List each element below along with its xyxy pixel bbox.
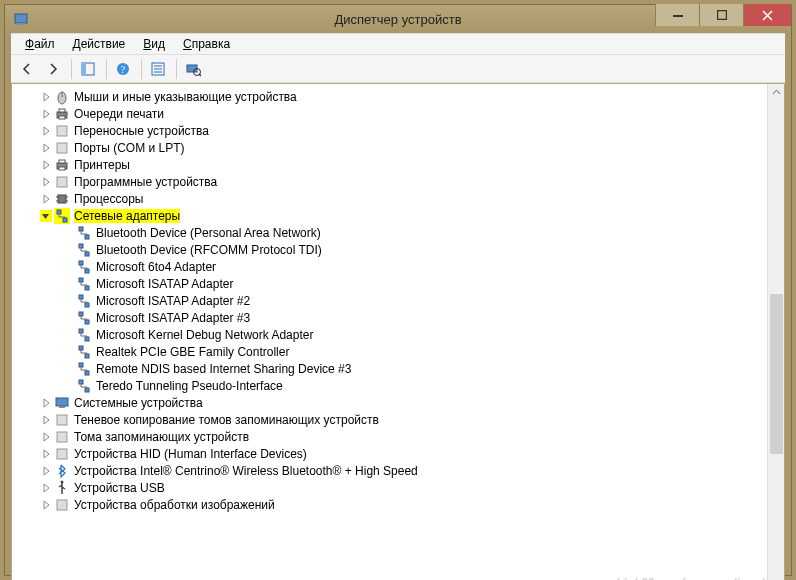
portable-icon (54, 123, 70, 139)
tree-item[interactable]: Realtek PCIe GBE Family Controller (18, 343, 767, 360)
tree-category[interactable]: Тома запоминающих устройств (18, 428, 767, 445)
expand-arrow-icon[interactable] (40, 159, 52, 171)
hid-icon (54, 446, 70, 462)
svg-rect-47 (79, 346, 83, 350)
tree-item[interactable]: Teredo Tunneling Pseudo-Interface (18, 377, 767, 394)
tree-category[interactable]: Теневое копирование томов запоминающих у… (18, 411, 767, 428)
expand-arrow-icon[interactable] (40, 193, 52, 205)
imaging-icon (54, 497, 70, 513)
svg-text:?: ? (121, 64, 126, 75)
tree-item[interactable]: Bluetooth Device (Personal Area Network) (18, 224, 767, 241)
tree-item-label: Teredo Tunneling Pseudo-Interface (96, 379, 283, 393)
forward-button[interactable] (41, 57, 65, 81)
svg-rect-51 (79, 380, 83, 384)
tree-item-label: Microsoft ISATAP Adapter #3 (96, 311, 250, 325)
tree-category-label: Сетевые адаптеры (74, 209, 180, 223)
expand-arrow-icon[interactable] (40, 108, 52, 120)
toolbar: ? (11, 55, 785, 83)
expand-arrow-icon[interactable] (40, 482, 52, 494)
show-hide-tree-button[interactable] (76, 57, 100, 81)
menu-file[interactable]: Файл (17, 35, 63, 53)
svg-rect-35 (79, 244, 83, 248)
expand-arrow-icon[interactable] (40, 397, 52, 409)
tree-item[interactable]: Remote NDIS based Internet Sharing Devic… (18, 360, 767, 377)
tree-category-label: Устройства обработки изображений (74, 498, 275, 512)
tree-category[interactable]: Устройства USB (18, 479, 767, 496)
svg-rect-49 (79, 363, 83, 367)
tree-item-label: Microsoft Kernel Debug Network Adapter (96, 328, 313, 342)
toolbar-sep (106, 59, 107, 79)
svg-rect-55 (57, 415, 67, 425)
svg-rect-42 (85, 303, 89, 307)
device-tree[interactable]: Мыши и иные указывающие устройстваОчеред… (12, 84, 767, 580)
scroll-up-button[interactable] (768, 84, 785, 101)
tree-category[interactable]: Переносные устройства (18, 122, 767, 139)
svg-rect-48 (85, 354, 89, 358)
tree-category[interactable]: Устройства Intel® Centrino® Wireless Blu… (18, 462, 767, 479)
tree-item[interactable]: Bluetooth Device (RFCOMM Protocol TDI) (18, 241, 767, 258)
svg-rect-32 (63, 218, 67, 222)
tree-category[interactable]: Очереди печати (18, 105, 767, 122)
expand-arrow-icon[interactable] (40, 499, 52, 511)
scroll-thumb[interactable] (770, 294, 783, 454)
svg-point-58 (61, 480, 64, 483)
tree-category[interactable]: Процессоры (18, 190, 767, 207)
svg-rect-50 (85, 371, 89, 375)
back-button[interactable] (15, 57, 39, 81)
volume-icon (54, 429, 70, 445)
svg-rect-56 (57, 432, 67, 442)
tree-category[interactable]: Устройства обработки изображений (18, 496, 767, 513)
bluetooth-icon (54, 463, 70, 479)
svg-rect-31 (57, 210, 61, 214)
tree-category-label: Порты (COM и LPT) (74, 141, 185, 155)
tree-category[interactable]: Устройства HID (Human Interface Devices) (18, 445, 767, 462)
network-child-icon (76, 344, 92, 360)
tree-item[interactable]: Microsoft ISATAP Adapter (18, 275, 767, 292)
network-child-icon (76, 276, 92, 292)
tree-category[interactable]: Программные устройства (18, 173, 767, 190)
tree-category-label: Устройства USB (74, 481, 165, 495)
system-icon (54, 395, 70, 411)
tree-item-label: Microsoft ISATAP Adapter (96, 277, 233, 291)
expand-arrow-icon[interactable] (40, 91, 52, 103)
expand-arrow-icon[interactable] (40, 414, 52, 426)
tree-item[interactable]: Microsoft Kernel Debug Network Adapter (18, 326, 767, 343)
expand-arrow-icon[interactable] (40, 465, 52, 477)
expand-arrow-icon[interactable] (40, 176, 52, 188)
expand-arrow-icon[interactable] (40, 448, 52, 460)
tree-category[interactable]: Системные устройства (18, 394, 767, 411)
tree-item-label: Bluetooth Device (RFCOMM Protocol TDI) (96, 243, 322, 257)
menubar: Файл Действие Вид Справка (11, 33, 785, 55)
shadow-icon (54, 412, 70, 428)
svg-rect-24 (59, 167, 65, 170)
collapse-arrow-icon[interactable] (40, 210, 52, 222)
tree-category[interactable]: Порты (COM и LPT) (18, 139, 767, 156)
help-button[interactable]: ? (111, 57, 135, 81)
tree-category[interactable]: Сетевые адаптеры (18, 207, 767, 224)
usb-icon (54, 480, 70, 496)
close-button[interactable] (743, 4, 791, 26)
tree-category-label: Процессоры (74, 192, 144, 206)
minimize-button[interactable] (655, 4, 699, 26)
expand-arrow-icon[interactable] (40, 125, 52, 137)
tree-category-label: Теневое копирование томов запоминающих у… (74, 413, 379, 427)
maximize-button[interactable] (699, 4, 743, 26)
svg-rect-40 (85, 286, 89, 290)
titlebar[interactable]: Диспетчер устройств (5, 5, 791, 33)
tree-item-label: Microsoft ISATAP Adapter #2 (96, 294, 250, 308)
tree-category[interactable]: Мыши и иные указывающие устройства (18, 88, 767, 105)
expand-arrow-icon[interactable] (40, 431, 52, 443)
svg-rect-21 (57, 143, 67, 153)
tree-category[interactable]: Принтеры (18, 156, 767, 173)
tree-item[interactable]: Microsoft 6to4 Adapter (18, 258, 767, 275)
tree-item[interactable]: Microsoft ISATAP Adapter #3 (18, 309, 767, 326)
scan-hardware-button[interactable] (181, 57, 205, 81)
properties-button[interactable] (146, 57, 170, 81)
expand-arrow-icon[interactable] (40, 142, 52, 154)
menu-action[interactable]: Действие (65, 35, 134, 53)
svg-rect-25 (57, 177, 67, 187)
tree-item[interactable]: Microsoft ISATAP Adapter #2 (18, 292, 767, 309)
scrollbar[interactable] (767, 84, 784, 580)
menu-help[interactable]: Справка (175, 35, 238, 53)
menu-view[interactable]: Вид (135, 35, 173, 53)
